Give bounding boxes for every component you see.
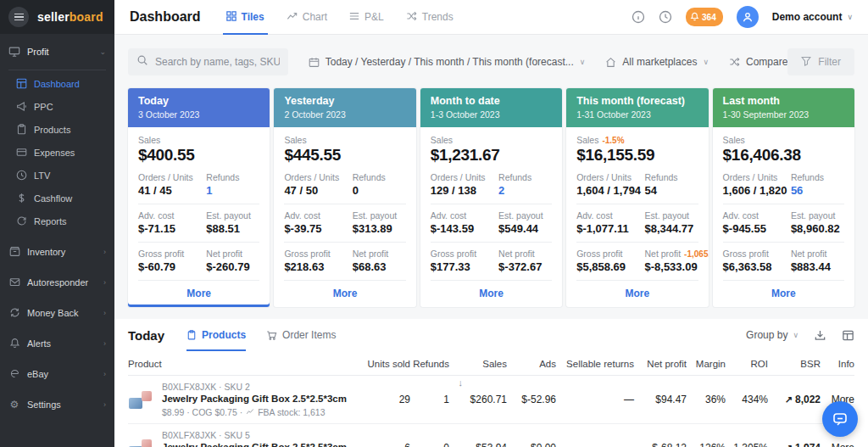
sales-change-badge: -1.5% [602, 136, 624, 145]
sidebar-item-label: Autoresponder [27, 277, 88, 288]
tab-pnl[interactable]: P&L [349, 0, 384, 35]
filter-button[interactable]: Filter [787, 48, 854, 75]
tab-order-items[interactable]: Order Items [266, 319, 336, 351]
col-roi[interactable]: ROI [726, 351, 768, 375]
trend-up-icon: ↗ [785, 394, 793, 405]
search-input[interactable] [155, 56, 280, 68]
sidebar-item-autoresponder[interactable]: Autoresponder › [0, 271, 114, 293]
compare-button[interactable]: Compare [729, 56, 787, 68]
sales-label: Sales [723, 135, 844, 145]
table-row[interactable]: B0XLFX8JXK · SKU 2 Jewelry Packaging Gif… [128, 376, 854, 424]
history-clock-icon[interactable] [659, 10, 672, 24]
notifications-badge[interactable]: 364 [686, 8, 723, 26]
cart-icon [266, 330, 277, 341]
sparkline-icon[interactable] [246, 408, 254, 416]
tab-tiles[interactable]: Tiles [226, 0, 264, 35]
gross-profit-value: $-60.79 [138, 260, 206, 273]
sort-descending-icon[interactable]: ↓ [459, 377, 464, 388]
sidebar-item-ppc[interactable]: PPC [0, 95, 114, 118]
account-menu[interactable]: Demo account ∨ [772, 11, 853, 23]
more-link[interactable]: More [576, 280, 698, 307]
col-refunds[interactable]: Refunds [410, 351, 449, 375]
sidebar-item-money-back[interactable]: Money Back › [0, 301, 114, 324]
tab-trends[interactable]: Trends [406, 0, 453, 35]
col-ads[interactable]: Ads [507, 351, 556, 375]
filter-row: Today / Yesterday / This month / This mo… [128, 48, 854, 75]
line-chart-icon [287, 11, 298, 24]
notification-count: 364 [702, 13, 716, 22]
col-info[interactable]: Info [821, 351, 854, 375]
orders-value: 129 / 138 [431, 184, 498, 197]
col-sales[interactable]: Sales [449, 351, 507, 375]
sales-value: $445.55 [284, 146, 405, 165]
search-box[interactable] [128, 48, 288, 75]
refunds-value[interactable]: 1 [206, 184, 259, 197]
info-icon[interactable] [632, 10, 645, 24]
sidebar-item-products[interactable]: Products [0, 118, 114, 141]
more-link[interactable]: More [723, 280, 844, 307]
sidebar-item-profit[interactable]: Profit ⌄ [0, 39, 114, 64]
net-change-badge: -1,065.9% [684, 249, 709, 259]
refunds-value[interactable]: 2 [498, 184, 552, 197]
product-cell[interactable]: B0XLFX8JXK · SKU 2 Jewelry Packaging Gif… [128, 376, 366, 423]
row-more-link[interactable]: More [821, 437, 854, 447]
col-units-sold[interactable]: Units sold [366, 351, 410, 375]
sidebar-item-alerts[interactable]: Alerts › [0, 332, 114, 355]
refunds-value[interactable]: 56 [791, 184, 844, 197]
sellerboard-logo[interactable]: sellerboard [37, 10, 103, 24]
sidebar-item-settings[interactable]: ⚙ Settings › [0, 393, 114, 416]
tab-chart[interactable]: Chart [287, 0, 327, 35]
funnel-icon [801, 56, 811, 69]
sidebar-item-inventory[interactable]: Inventory › [0, 240, 114, 263]
more-link[interactable]: More [431, 280, 552, 307]
sidebar-item-ltv[interactable]: LTV [0, 164, 114, 187]
panel-title: Today [128, 328, 164, 343]
adv-cost-label: Adv. cost [576, 210, 644, 221]
table-row[interactable]: B0XLFX8JXK · SKU 5 Jewelry Packaging Gif… [128, 424, 854, 447]
chevron-right-icon: › [103, 339, 106, 348]
card-this-month-forecast[interactable]: This month (forecast) 1-31 October 2023 … [566, 88, 708, 307]
chevron-down-icon: ⌄ [99, 47, 106, 56]
sidebar-item-reports[interactable]: Reports [0, 210, 114, 232]
tab-products[interactable]: Products [186, 319, 246, 351]
orders-value: 47 / 50 [284, 184, 352, 197]
card-month-to-date[interactable]: Month to date 1-3 October 2023 Sales $1,… [420, 88, 562, 307]
sidebar-item-expenses[interactable]: Expenses [0, 141, 114, 164]
col-net-profit[interactable]: Net profit [634, 351, 687, 375]
sidebar: sellerboard Profit ⌄ Dashboard PPC Produ… [0, 0, 114, 447]
card-today[interactable]: Today 3 October 2023 Sales $400.55 Order… [128, 88, 270, 307]
card-body: Sales-1.5% $16,155.59 Orders / Units1,60… [566, 127, 708, 307]
sales-value: $1,231.67 [431, 146, 552, 165]
sidebar-item-label: Expenses [34, 148, 75, 158]
hamburger-menu-icon[interactable] [8, 7, 29, 27]
group-by-selector[interactable]: Group by ∨ [746, 329, 798, 341]
bsr-value[interactable]: ↗1,974 [768, 437, 821, 447]
columns-icon[interactable] [842, 329, 854, 342]
sidebar-item-cashflow[interactable]: Cashflow [0, 187, 114, 210]
col-product[interactable]: Product [128, 351, 366, 375]
gross-profit-label: Gross profit [138, 249, 206, 259]
download-icon[interactable] [814, 329, 826, 342]
orders-label: Orders / Units [431, 172, 498, 182]
card-title: Today [138, 95, 259, 107]
page-title: Dashboard [130, 9, 201, 25]
more-link[interactable]: More [138, 280, 259, 307]
col-margin[interactable]: Margin [687, 351, 726, 375]
card-yesterday[interactable]: Yesterday 2 October 2023 Sales $445.55 O… [274, 88, 415, 307]
date-range-selector[interactable]: Today / Yesterday / This month / This mo… [309, 56, 586, 68]
col-sellable-returns[interactable]: Sellable returns [556, 351, 634, 375]
chevron-right-icon: › [103, 248, 106, 256]
chat-widget-button[interactable] [822, 401, 858, 437]
sidebar-item-ebay[interactable]: eBay › [0, 362, 114, 385]
bsr-value[interactable]: ↗8,022 [768, 388, 821, 411]
sales-value: $53.94 [449, 437, 507, 447]
more-link[interactable]: More [284, 280, 405, 307]
marketplace-selector[interactable]: All marketplaces ∨ [605, 56, 709, 68]
sidebar-item-dashboard[interactable]: Dashboard [0, 72, 114, 95]
avatar[interactable] [737, 6, 759, 28]
card-last-month[interactable]: Last month 1-30 September 2023 Sales $16… [713, 88, 854, 307]
sidebar-item-label: Reports [34, 216, 67, 226]
product-cell[interactable]: B0XLFX8JXK · SKU 5 Jewelry Packaging Gif… [128, 424, 366, 447]
col-bsr[interactable]: BSR [768, 351, 821, 375]
sales-value: $400.55 [138, 146, 259, 165]
